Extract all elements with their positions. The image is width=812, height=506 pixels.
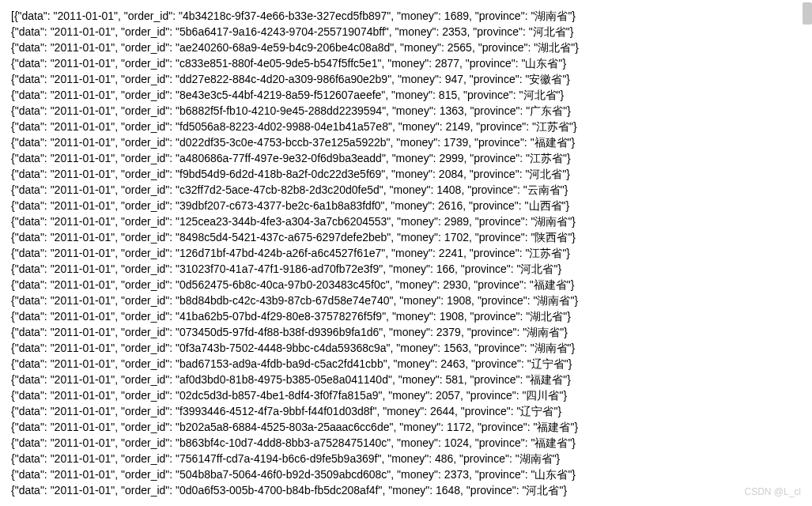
- json-record-line: {"data": "2011-01-01", "order_id": "02dc…: [11, 387, 801, 403]
- json-record-line: {"data": "2011-01-01", "order_id": "fd50…: [11, 119, 801, 134]
- json-record-line: {"data": "2011-01-01", "order_id": "b688…: [11, 103, 801, 119]
- json-record-line: {"data": "2011-01-01", "order_id": "8498…: [11, 229, 801, 245]
- json-record-line: {"data": "2011-01-01", "order_id": "f9bd…: [11, 166, 801, 182]
- json-record-line: {"data": "2011-01-01", "order_id": "f399…: [11, 403, 801, 419]
- json-record-line: {"data": "2011-01-01", "order_id": "7561…: [11, 451, 801, 466]
- json-record-line: {"data": "2011-01-01", "order_id": "125c…: [11, 213, 801, 229]
- json-record-line: {"data": "2011-01-01", "order_id": "c32f…: [11, 182, 801, 198]
- json-record-line: {"data": "2011-01-01", "order_id": "0d0a…: [11, 482, 801, 498]
- scrollbar-track[interactable]: [809, 0, 812, 506]
- json-output: [{"data": "2011-01-01", "order_id": "4b3…: [11, 8, 801, 498]
- json-record-line: {"data": "2011-01-01", "order_id": "8e43…: [11, 87, 801, 103]
- json-record-line: {"data": "2011-01-01", "order_id": "ae24…: [11, 40, 801, 55]
- json-record-line: {"data": "2011-01-01", "order_id": "af0d…: [11, 372, 801, 387]
- json-record-line: {"data": "2011-01-01", "order_id": "126d…: [11, 245, 801, 261]
- scrollbar-thumb[interactable]: [803, 2, 812, 25]
- json-record-line: {"data": "2011-01-01", "order_id": "39db…: [11, 198, 801, 213]
- json-record-line: {"data": "2011-01-01", "order_id": "b863…: [11, 435, 801, 451]
- json-record-line: {"data": "2011-01-01", "order_id": "504b…: [11, 466, 801, 482]
- json-record-line: {"data": "2011-01-01", "order_id": "0734…: [11, 324, 801, 340]
- json-record-line: {"data": "2011-01-01", "order_id": "bad6…: [11, 356, 801, 372]
- json-record-line: {"data": "2011-01-01", "order_id": "dd27…: [11, 71, 801, 87]
- json-record-line: {"data": "2011-01-01", "order_id": "3102…: [11, 261, 801, 277]
- json-record-line: {"data": "2011-01-01", "order_id": "0f3a…: [11, 340, 801, 356]
- json-record-line: {"data": "2011-01-01", "order_id": "5b6a…: [11, 24, 801, 40]
- json-record-line: {"data": "2011-01-01", "order_id": "c833…: [11, 55, 801, 71]
- json-record-line: {"data": "2011-01-01", "order_id": "b202…: [11, 419, 801, 435]
- json-record-line: {"data": "2011-01-01", "order_id": "a480…: [11, 150, 801, 166]
- json-record-line: {"data": "2011-01-01", "order_id": "41ba…: [11, 308, 801, 324]
- json-record-line: [{"data": "2011-01-01", "order_id": "4b3…: [11, 8, 801, 24]
- json-record-line: {"data": "2011-01-01", "order_id": "0d56…: [11, 277, 801, 293]
- json-record-line: {"data": "2011-01-01", "order_id": "d022…: [11, 134, 801, 150]
- watermark-text: CSDN @L_cl: [744, 484, 801, 500]
- json-record-line: {"data": "2011-01-01", "order_id": "b8d8…: [11, 293, 801, 308]
